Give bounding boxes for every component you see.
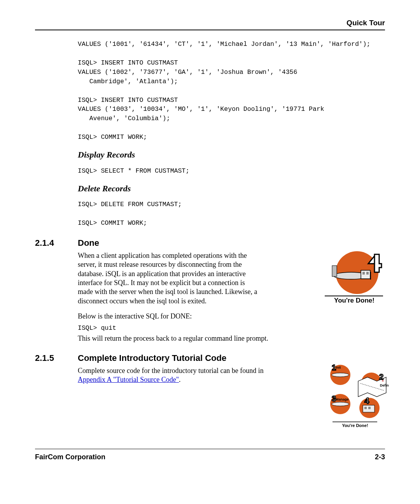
svg-text:Define: Define [380, 383, 389, 387]
svg-text:You're Done!: You're Done! [342, 423, 368, 428]
code-delete: ISQL> DELETE FROM CUSTMAST; ISQL> COMMIT… [78, 200, 385, 228]
tutorial-text-before: Complete source code for the introductor… [78, 367, 264, 374]
code-insert-block: VALUES ('1001', '61434', 'CT', '1', 'Mic… [78, 40, 385, 142]
svg-rect-5 [366, 272, 369, 275]
svg-point-13 [332, 373, 349, 377]
para-done-below: Below is the interactive SQL for DONE: [78, 312, 385, 321]
footer-company: FairCom Corporation [35, 453, 105, 461]
code-display: ISQL> SELECT * FROM CUSTMAST; [78, 166, 385, 176]
header-title: Quick Tour [346, 19, 385, 27]
para-tutorial: Complete source code for the introductor… [78, 366, 276, 385]
heading-tutorial: 2.1.5 Complete Introductory Tutorial Cod… [35, 353, 385, 363]
svg-rect-3 [361, 270, 370, 279]
subheading-delete-records: Delete Records [78, 184, 385, 194]
svg-text:Init: Init [336, 366, 341, 369]
svg-rect-4 [362, 272, 365, 275]
para-done: When a client application has completed … [78, 251, 261, 306]
footer-page-number: 2-3 [375, 453, 385, 461]
section-title-tutorial: Complete Introductory Tutorial Code [78, 353, 226, 363]
done-illustration: You're Done! [320, 251, 388, 304]
subheading-display-records: Display Records [78, 150, 385, 160]
code-quit: ISQL> quit [78, 324, 385, 332]
section-number-tutorial: 2.1.5 [35, 353, 78, 363]
done-caption: You're Done! [334, 297, 374, 304]
page-header: Quick Tour [35, 19, 385, 30]
svg-rect-18 [368, 407, 371, 409]
tutorial-illustration: ✕ 1 2 3 4 Init Define Man [321, 363, 389, 429]
svg-text:Manage: Manage [336, 397, 349, 401]
section-title-done: Done [78, 238, 99, 248]
para-done-after: This will return the process back to a r… [78, 334, 385, 343]
svg-text:4: 4 [364, 396, 369, 406]
appendix-link[interactable]: Appendix A "Tutorial Source Code" [78, 376, 179, 383]
svg-rect-8 [325, 296, 383, 296]
heading-done: 2.1.4 Done [35, 238, 385, 248]
page-footer: FairCom Corporation 2-3 [35, 449, 385, 461]
svg-rect-2 [332, 266, 337, 276]
tutorial-text-after: . [179, 376, 181, 383]
section-number-done: 2.1.4 [35, 238, 78, 248]
svg-rect-26 [332, 422, 377, 422]
svg-text:2: 2 [379, 373, 383, 381]
svg-rect-17 [364, 407, 367, 409]
